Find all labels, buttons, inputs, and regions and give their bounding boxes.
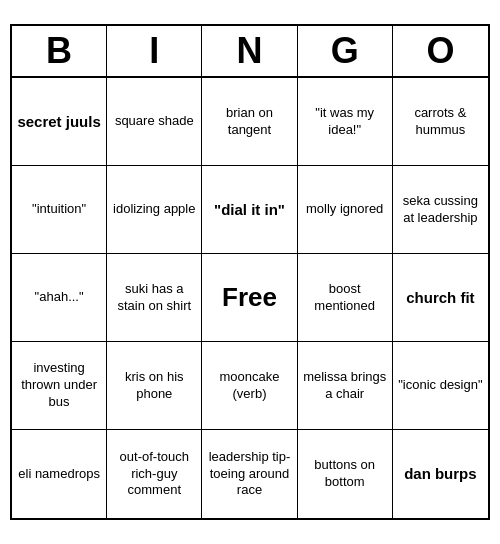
bingo-cell: out-of-touch rich-guy comment	[107, 430, 202, 518]
cell-text: kris on his phone	[111, 369, 197, 403]
bingo-cell: "intuition"	[12, 166, 107, 254]
cell-text: idolizing apple	[113, 201, 195, 218]
cell-text: "iconic design"	[398, 377, 482, 394]
cell-text: seka cussing at leadership	[397, 193, 484, 227]
bingo-cell: brian on tangent	[202, 78, 297, 166]
cell-text: suki has a stain on shirt	[111, 281, 197, 315]
bingo-cell: investing thrown under bus	[12, 342, 107, 430]
bingo-cell: boost mentioned	[298, 254, 393, 342]
cell-text: "it was my idea!"	[302, 105, 388, 139]
bingo-cell: molly ignored	[298, 166, 393, 254]
cell-text: "dial it in"	[214, 200, 285, 220]
bingo-cell: idolizing apple	[107, 166, 202, 254]
bingo-cell: "ahah..."	[12, 254, 107, 342]
cell-text: molly ignored	[306, 201, 383, 218]
cell-text: Free	[222, 281, 277, 315]
cell-text: "ahah..."	[35, 289, 84, 306]
cell-text: boost mentioned	[302, 281, 388, 315]
bingo-cell: carrots & hummus	[393, 78, 488, 166]
bingo-cell: buttons on bottom	[298, 430, 393, 518]
bingo-cell: kris on his phone	[107, 342, 202, 430]
bingo-cell: church fit	[393, 254, 488, 342]
cell-text: secret juuls	[17, 112, 100, 132]
header-letter: G	[298, 26, 393, 76]
bingo-cell: "it was my idea!"	[298, 78, 393, 166]
header-letter: N	[202, 26, 297, 76]
cell-text: brian on tangent	[206, 105, 292, 139]
bingo-cell: mooncake (verb)	[202, 342, 297, 430]
cell-text: out-of-touch rich-guy comment	[111, 449, 197, 500]
cell-text: "intuition"	[32, 201, 86, 218]
cell-text: carrots & hummus	[397, 105, 484, 139]
cell-text: square shade	[115, 113, 194, 130]
cell-text: dan burps	[404, 464, 477, 484]
bingo-grid: secret juulssquare shadebrian on tangent…	[12, 78, 488, 518]
cell-text: church fit	[406, 288, 474, 308]
bingo-header: BINGO	[12, 26, 488, 78]
bingo-card: BINGO secret juulssquare shadebrian on t…	[10, 24, 490, 520]
cell-text: investing thrown under bus	[16, 360, 102, 411]
cell-text: buttons on bottom	[302, 457, 388, 491]
cell-text: melissa brings a chair	[302, 369, 388, 403]
bingo-cell: melissa brings a chair	[298, 342, 393, 430]
bingo-cell: secret juuls	[12, 78, 107, 166]
bingo-cell: suki has a stain on shirt	[107, 254, 202, 342]
header-letter: B	[12, 26, 107, 76]
bingo-cell: "dial it in"	[202, 166, 297, 254]
cell-text: leadership tip-toeing around race	[206, 449, 292, 500]
bingo-cell: seka cussing at leadership	[393, 166, 488, 254]
bingo-cell: "iconic design"	[393, 342, 488, 430]
bingo-cell: square shade	[107, 78, 202, 166]
header-letter: O	[393, 26, 488, 76]
bingo-cell: dan burps	[393, 430, 488, 518]
cell-text: eli namedrops	[18, 466, 100, 483]
cell-text: mooncake (verb)	[206, 369, 292, 403]
bingo-cell: eli namedrops	[12, 430, 107, 518]
header-letter: I	[107, 26, 202, 76]
bingo-cell: leadership tip-toeing around race	[202, 430, 297, 518]
bingo-cell: Free	[202, 254, 297, 342]
